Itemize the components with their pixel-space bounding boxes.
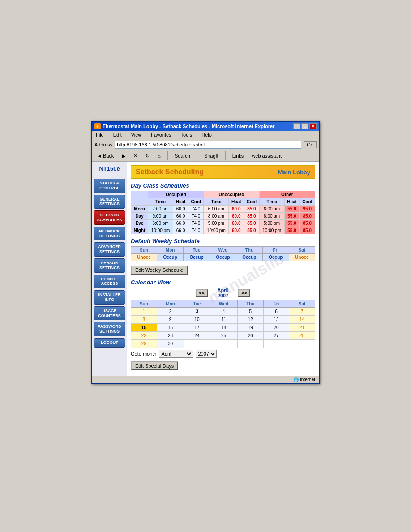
calendar-day-cell[interactable]: 6 <box>263 308 289 316</box>
unocc-heat-cell[interactable]: 60.0 <box>229 213 244 220</box>
occ-time-cell[interactable]: 6:00 pm <box>148 220 173 227</box>
calendar-day-cell[interactable]: 5 <box>237 308 263 316</box>
calendar-day-cell[interactable]: 2 <box>157 308 184 316</box>
calendar-day-cell[interactable]: 11 <box>210 316 238 324</box>
unocc-heat-cell[interactable]: 60.0 <box>229 227 244 234</box>
menu-help[interactable]: Help <box>200 132 213 138</box>
calendar-day-cell[interactable]: 4 <box>210 308 238 316</box>
calendar-day-cell[interactable]: 19 <box>237 324 263 332</box>
sidebar-item-sensor-settings[interactable]: SensorSettings <box>94 258 125 273</box>
forward-button[interactable]: ▶ <box>119 152 128 160</box>
calendar-day-cell[interactable]: 23 <box>157 332 184 340</box>
snagit-button[interactable]: SnagIt <box>201 152 221 160</box>
calendar-day-cell[interactable]: 30 <box>157 340 184 348</box>
calendar-day-cell[interactable]: 25 <box>210 332 238 340</box>
occ-heat-cell[interactable]: 66.0 <box>173 206 188 213</box>
weekly-value-cell[interactable]: Occup <box>184 254 210 261</box>
occ-cool-cell[interactable]: 74.0 <box>188 213 203 220</box>
calendar-day-cell[interactable]: 3 <box>184 308 210 316</box>
sidebar-item-remote-access[interactable]: RemoteAccess <box>94 275 125 289</box>
calendar-prev-button[interactable]: << <box>196 289 209 297</box>
links-button[interactable]: Links <box>230 152 247 160</box>
unocc-heat-cell[interactable]: 60.0 <box>229 206 244 213</box>
calendar-day-cell[interactable]: 26 <box>237 332 263 340</box>
other-cool-cell[interactable]: 85.0 <box>300 213 315 220</box>
occ-time-cell[interactable]: 10:00 pm <box>148 227 173 234</box>
other-cool-cell[interactable]: 85.0 <box>300 220 315 227</box>
window-controls[interactable]: _ □ ✕ <box>293 123 317 129</box>
minimize-button[interactable]: _ <box>293 123 300 129</box>
go-button[interactable]: Go <box>304 141 317 148</box>
calendar-day-cell[interactable]: 10 <box>184 316 210 324</box>
calendar-day-cell[interactable]: 16 <box>157 324 184 332</box>
unocc-time-cell[interactable]: 5:00 pm <box>204 220 229 227</box>
maximize-button[interactable]: □ <box>301 123 308 129</box>
other-time-cell[interactable]: 6:00 am <box>259 206 284 213</box>
unocc-cool-cell[interactable]: 85.0 <box>244 206 259 213</box>
other-heat-cell[interactable]: 55.0 <box>284 206 300 213</box>
sidebar-item-advanced-settings[interactable]: AdvancedSettings <box>94 242 125 257</box>
weekly-value-cell[interactable]: Occup <box>210 254 236 261</box>
other-heat-cell[interactable]: 55.0 <box>284 220 300 227</box>
calendar-next-button[interactable]: >> <box>238 289 251 297</box>
sidebar-item-network-settings[interactable]: NetworkSettings <box>94 227 125 241</box>
sidebar-item-installer-info[interactable]: InstallerInfo <box>94 290 125 305</box>
unocc-time-cell[interactable]: 8:00 am <box>204 213 229 220</box>
sidebar-item-logout[interactable]: Logout <box>94 338 125 348</box>
calendar-day-cell[interactable]: 21 <box>289 324 315 332</box>
sidebar-item-password-settings[interactable]: PasswordSettings <box>94 322 125 336</box>
menu-file[interactable]: File <box>94 132 105 138</box>
menu-tools[interactable]: Tools <box>180 132 194 138</box>
calendar-day-cell[interactable]: 20 <box>263 324 289 332</box>
other-time-cell[interactable]: 10:00 pm <box>259 227 284 234</box>
unocc-time-cell[interactable]: 6:00 am <box>204 206 229 213</box>
sidebar-item-status-control[interactable]: Status &Control <box>94 179 125 193</box>
calendar-day-cell[interactable]: 13 <box>263 316 289 324</box>
month-select[interactable]: JanuaryFebruaryMarchAprilMayJuneJulyAugu… <box>159 350 193 358</box>
calendar-day-cell[interactable]: 9 <box>157 316 184 324</box>
weekly-value-cell[interactable]: Occup <box>262 254 289 261</box>
calendar-day-cell[interactable]: 29 <box>131 340 157 348</box>
occ-cool-cell[interactable]: 74.0 <box>188 227 203 234</box>
occ-heat-cell[interactable]: 66.0 <box>173 220 188 227</box>
other-heat-cell[interactable]: 55.0 <box>284 213 300 220</box>
sidebar-item-setback-schedules[interactable]: SetbackSchedules <box>94 210 125 225</box>
calendar-day-cell[interactable]: 7 <box>289 308 315 316</box>
other-time-cell[interactable]: 8:00 am <box>259 213 284 220</box>
weekly-value-cell[interactable]: Occup <box>157 254 184 261</box>
unocc-time-cell[interactable]: 10:00 pm <box>204 227 229 234</box>
sidebar-item-usage-counters[interactable]: UsageCounters <box>94 306 125 321</box>
weekly-value-cell[interactable]: Unocc <box>131 254 157 261</box>
home-button[interactable]: ⌂ <box>155 152 163 160</box>
calendar-day-cell[interactable]: 8 <box>131 316 157 324</box>
calendar-day-cell[interactable]: 28 <box>289 332 315 340</box>
calendar-day-cell[interactable]: 1 <box>131 308 157 316</box>
occ-time-cell[interactable]: 9:00 am <box>148 213 173 220</box>
calendar-day-cell[interactable]: 27 <box>263 332 289 340</box>
calendar-day-cell[interactable]: 15 <box>131 324 157 332</box>
sidebar-item-general-settings[interactable]: GeneralSettings <box>94 195 125 209</box>
unocc-cool-cell[interactable]: 85.0 <box>244 220 259 227</box>
menu-favorites[interactable]: Favorites <box>150 132 172 138</box>
occ-time-cell[interactable]: 7:00 am <box>148 206 173 213</box>
refresh-button[interactable]: ↻ <box>143 152 152 160</box>
back-button[interactable]: ◄ Back <box>94 152 116 160</box>
menu-view[interactable]: View <box>130 132 143 138</box>
calendar-day-cell[interactable]: 24 <box>184 332 210 340</box>
address-input[interactable] <box>115 141 301 149</box>
unocc-cool-cell[interactable]: 85.0 <box>244 213 259 220</box>
occ-heat-cell[interactable]: 66.0 <box>173 213 188 220</box>
stop-button[interactable]: ✕ <box>131 152 140 160</box>
unocc-cool-cell[interactable]: 85.0 <box>244 227 259 234</box>
other-heat-cell[interactable]: 55.0 <box>284 227 300 234</box>
occ-cool-cell[interactable]: 74.0 <box>188 220 203 227</box>
search-button[interactable]: Search <box>172 152 193 160</box>
calendar-day-cell[interactable]: 14 <box>289 316 315 324</box>
occ-cool-cell[interactable]: 74.0 <box>188 206 203 213</box>
weekly-value-cell[interactable]: Occup <box>236 254 262 261</box>
calendar-day-cell[interactable]: 17 <box>184 324 210 332</box>
edit-weekly-button[interactable]: Edit Weekly Schedule <box>131 266 188 275</box>
unocc-heat-cell[interactable]: 60.0 <box>229 220 244 227</box>
edit-special-days-button[interactable]: Edit Special Days <box>131 361 178 370</box>
calendar-day-cell[interactable]: 12 <box>237 316 263 324</box>
